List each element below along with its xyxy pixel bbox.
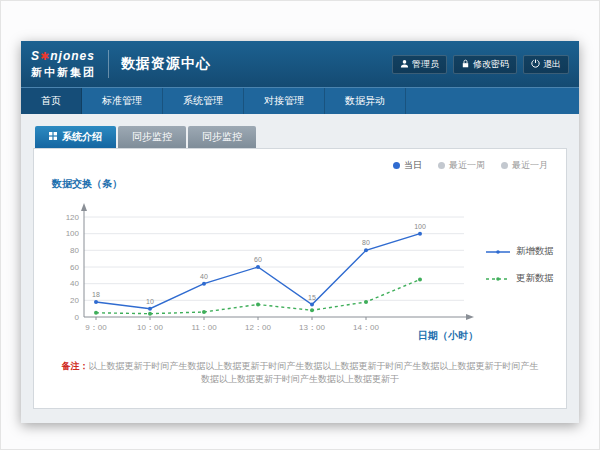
filter-dot-icon — [393, 162, 400, 169]
y-axis-title: 数据交换（条） — [52, 177, 122, 191]
header-divider — [108, 50, 109, 78]
svg-text:120: 120 — [66, 213, 80, 222]
app-header: S✱njones 新中新集团 数据资源中心 管理员修改密码退出 — [21, 41, 579, 87]
tab-label: 同步监控 — [202, 126, 242, 148]
legend-line-icon — [486, 248, 510, 256]
tab-system-intro[interactable]: 系统介绍 — [35, 126, 116, 148]
svg-text:80: 80 — [362, 239, 370, 246]
tab-label: 系统介绍 — [62, 126, 102, 148]
desktop-background: S✱njones 新中新集团 数据资源中心 管理员修改密码退出 首页标准管理系统… — [0, 0, 600, 450]
tab-sync-monitor-1[interactable]: 同步监控 — [118, 126, 186, 148]
chart-panel: 当日最近一周最近一月 数据交换（条） 0204060801001209：0010… — [33, 148, 567, 409]
svg-text:40: 40 — [200, 273, 208, 280]
svg-text:10: 10 — [146, 298, 154, 305]
logout-icon — [531, 59, 540, 70]
line-chart: 0204060801001209：0010：0011：0012：0013：001… — [48, 195, 482, 345]
tab-sync-monitor-2[interactable]: 同步监控 — [188, 126, 256, 148]
svg-text:100: 100 — [414, 223, 426, 230]
svg-text:12：00: 12：00 — [245, 323, 271, 332]
filter-0[interactable]: 当日 — [393, 159, 422, 172]
svg-text:80: 80 — [70, 246, 79, 255]
footnote-text: 以上数据更新于时间产生数据以上数据更新于时间产生数据以上数据更新于时间产生数据以… — [89, 361, 539, 384]
legend-line-icon — [486, 275, 510, 283]
lock-icon — [461, 59, 470, 70]
svg-text:60: 60 — [254, 256, 262, 263]
svg-text:11：00: 11：00 — [191, 323, 217, 332]
app-window: S✱njones 新中新集团 数据资源中心 管理员修改密码退出 首页标准管理系统… — [21, 41, 579, 423]
nav-item-3[interactable]: 对接管理 — [244, 88, 325, 114]
user-icon — [400, 59, 409, 70]
filter-1[interactable]: 最近一周 — [438, 159, 485, 172]
tab-label: 同步监控 — [132, 126, 172, 148]
nav-item-2[interactable]: 系统管理 — [163, 88, 244, 114]
svg-text:14：00: 14：00 — [353, 323, 379, 332]
user-actions: 管理员修改密码退出 — [392, 55, 569, 74]
svg-text:100: 100 — [66, 229, 80, 238]
filter-2[interactable]: 最近一月 — [501, 159, 548, 172]
svg-text:日期（小时）: 日期（小时） — [418, 330, 478, 341]
company-logo: S✱njones 新中新集团 — [31, 50, 96, 77]
svg-text:9：00: 9：00 — [85, 323, 107, 332]
main-nav: 首页标准管理系统管理对接管理数据异动 — [21, 87, 579, 114]
nav-item-0[interactable]: 首页 — [21, 88, 82, 114]
tab-bar: 系统介绍 同步监控 同步监控 — [35, 126, 567, 148]
logout-button[interactable]: 退出 — [523, 55, 569, 74]
svg-text:15: 15 — [308, 294, 316, 301]
page-title: 数据资源中心 — [121, 55, 211, 73]
content-area: 系统介绍 同步监控 同步监控 当日最近一周最近一月 数据交换（条） 020406… — [21, 114, 579, 423]
chart-filters: 当日最近一周最近一月 — [393, 159, 548, 172]
svg-text:20: 20 — [70, 296, 79, 305]
footnote: 备注：以上数据更新于时间产生数据以上数据更新于时间产生数据以上数据更新于时间产生… — [34, 360, 566, 386]
logo-company-name: 新中新集团 — [31, 66, 96, 78]
nav-item-4[interactable]: 数据异动 — [325, 88, 406, 114]
grid-icon — [49, 126, 57, 148]
filter-dot-icon — [438, 162, 445, 169]
filter-dot-icon — [501, 162, 508, 169]
user-button[interactable]: 管理员 — [392, 55, 447, 74]
svg-text:40: 40 — [70, 279, 79, 288]
series-legend: 新增数据更新数据 — [486, 245, 554, 285]
logo-star-icon: ✱ — [40, 50, 50, 62]
change-password-button[interactable]: 修改密码 — [453, 55, 517, 74]
footnote-label: 备注： — [62, 361, 89, 371]
legend-item-0[interactable]: 新增数据 — [486, 245, 554, 258]
legend-item-1[interactable]: 更新数据 — [486, 272, 554, 285]
svg-text:0: 0 — [75, 313, 80, 322]
svg-text:10：00: 10：00 — [137, 323, 163, 332]
svg-text:60: 60 — [70, 263, 79, 272]
nav-item-1[interactable]: 标准管理 — [82, 88, 163, 114]
chart-row: 0204060801001209：0010：0011：0012：0013：001… — [48, 195, 554, 345]
logo-wordmark: S✱njones — [31, 50, 96, 63]
svg-text:13：00: 13：00 — [299, 323, 325, 332]
svg-text:18: 18 — [92, 291, 100, 298]
